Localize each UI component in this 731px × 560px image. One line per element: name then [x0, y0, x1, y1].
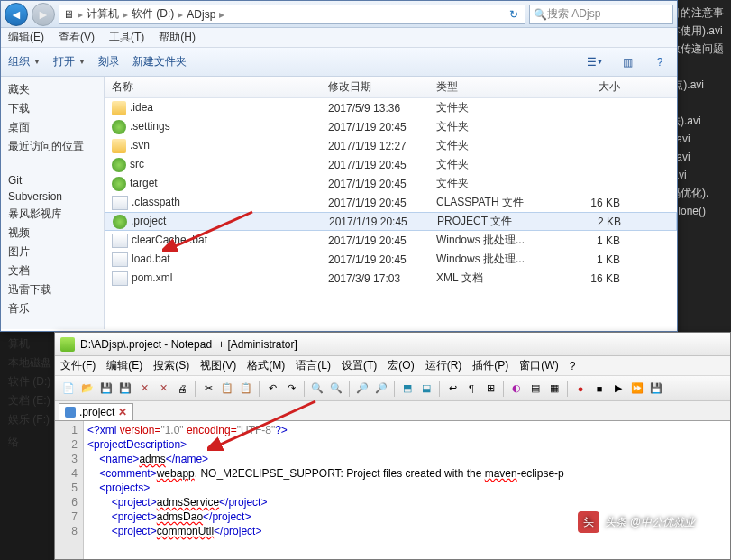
- menu-item[interactable]: ?: [570, 360, 576, 372]
- menu-item[interactable]: 视图(V): [200, 358, 236, 373]
- code-editor[interactable]: 12345678 <?xml version="1.0" encoding="U…: [55, 421, 730, 559]
- menu-help[interactable]: 帮助(H): [159, 30, 196, 45]
- record-button[interactable]: 刻录: [98, 54, 120, 69]
- help-icon[interactable]: ?: [650, 52, 670, 72]
- save-icon[interactable]: 💾: [98, 381, 114, 397]
- tab-close-icon[interactable]: ✕: [118, 406, 127, 418]
- lang-icon[interactable]: ◐: [508, 381, 525, 397]
- close-all-icon[interactable]: ✕: [155, 381, 171, 397]
- menu-item[interactable]: 搜索(S): [153, 358, 189, 373]
- menu-item[interactable]: 格式(M): [247, 358, 285, 373]
- sidebar-item[interactable]: 下载: [1, 99, 104, 118]
- new-file-icon[interactable]: 📄: [60, 381, 77, 397]
- redo-icon[interactable]: ↷: [283, 381, 299, 397]
- sidebar-item[interactable]: 文档: [1, 262, 104, 280]
- macro-stop-icon[interactable]: ■: [591, 381, 608, 397]
- indent-guide-icon[interactable]: ⊞: [482, 381, 498, 397]
- file-row[interactable]: pom.xml2017/3/9 17:03XML 文档16 KB: [105, 269, 677, 288]
- macro-rec-icon[interactable]: ●: [572, 381, 589, 397]
- file-row[interactable]: .idea2017/5/9 13:36文件夹: [105, 98, 677, 117]
- organize-button[interactable]: 组织 ▼: [8, 54, 41, 69]
- open-button[interactable]: 打开 ▼: [53, 54, 86, 69]
- print-icon[interactable]: 🖨: [174, 381, 190, 397]
- col-type[interactable]: 类型: [429, 79, 555, 95]
- file-icon: [113, 215, 127, 229]
- menu-item[interactable]: 运行(R): [425, 358, 462, 373]
- sidebar-item[interactable]: 暴风影视库: [1, 205, 104, 224]
- breadcrumb-item[interactable]: 计算机: [85, 6, 121, 22]
- sidebar-item[interactable]: Git: [1, 172, 104, 188]
- all-chars-icon[interactable]: ¶: [463, 381, 480, 397]
- zoom-out-icon[interactable]: 🔎: [373, 381, 389, 397]
- zoom-in-icon[interactable]: 🔎: [354, 381, 370, 397]
- sidebar-item[interactable]: 迅雷下载: [1, 280, 104, 299]
- file-icon: [112, 271, 128, 286]
- save-all-icon[interactable]: 💾: [117, 381, 133, 397]
- file-row[interactable]: .svn2017/1/19 12:27文件夹: [105, 136, 677, 155]
- menu-item[interactable]: 插件(P): [472, 358, 508, 373]
- col-size[interactable]: 大小: [555, 79, 627, 95]
- file-row[interactable]: clearCache .bat2017/1/19 20:45Windows 批处…: [105, 231, 677, 250]
- sync-v-icon[interactable]: ⬒: [399, 381, 416, 397]
- file-row[interactable]: .classpath2017/1/19 20:45CLASSPATH 文件16 …: [105, 193, 677, 212]
- refresh-icon[interactable]: ↻: [505, 5, 523, 23]
- file-tab[interactable]: .project ✕: [59, 403, 133, 420]
- replace-icon[interactable]: 🔍: [328, 381, 344, 397]
- menu-item[interactable]: 宏(O): [388, 358, 414, 373]
- file-row[interactable]: .project2017/1/19 20:45PROJECT 文件2 KB: [105, 212, 677, 231]
- sidebar-item[interactable]: 音乐: [1, 299, 104, 318]
- macro-multi-icon[interactable]: ⏩: [629, 381, 645, 397]
- address-bar[interactable]: 🖥▸ 计算机▸ 软件 (D:)▸ ADjsp▸ ↻: [59, 5, 525, 24]
- sidebar-item[interactable]: 桌面: [1, 118, 104, 137]
- menu-item[interactable]: 编辑(E): [106, 358, 142, 373]
- wrap-icon[interactable]: ↩: [444, 381, 461, 397]
- code-content[interactable]: <?xml version="1.0" encoding="UTF-8"?> <…: [84, 421, 730, 559]
- file-row[interactable]: src2017/1/19 20:45文件夹: [105, 155, 677, 174]
- nav-back-button[interactable]: ◄: [5, 3, 28, 26]
- preview-pane-icon[interactable]: ▥: [617, 52, 637, 72]
- sidebar-item[interactable]: 视频: [1, 224, 104, 243]
- view-options-icon[interactable]: ☰ ▼: [585, 52, 605, 72]
- copy-icon[interactable]: 📋: [219, 381, 235, 397]
- func-list-icon[interactable]: ▦: [546, 381, 562, 397]
- file-icon: [112, 196, 128, 210]
- breadcrumb-item[interactable]: ADjsp: [185, 8, 217, 21]
- menu-edit[interactable]: 编辑(E): [8, 30, 44, 45]
- search-icon: 🔍: [534, 8, 547, 21]
- window-title: D:\ADjsp\.project - Notepad++ [Administr…: [80, 338, 297, 351]
- menu-item[interactable]: 语言(L): [296, 358, 331, 373]
- file-row[interactable]: load.bat2017/1/19 20:45Windows 批处理...1 K…: [105, 250, 677, 269]
- menu-item[interactable]: 窗口(W): [519, 358, 558, 373]
- menu-item[interactable]: 文件(F): [60, 358, 96, 373]
- undo-icon[interactable]: ↶: [264, 381, 280, 397]
- search-input[interactable]: 🔍 搜索 ADjsp: [529, 5, 673, 24]
- nav-forward-button[interactable]: ►: [32, 3, 55, 26]
- open-file-icon[interactable]: 📂: [79, 381, 96, 397]
- macro-play-icon[interactable]: ▶: [610, 381, 626, 397]
- file-row[interactable]: .settings2017/1/19 20:45文件夹: [105, 117, 677, 136]
- newfolder-button[interactable]: 新建文件夹: [132, 54, 187, 69]
- sidebar-item[interactable]: 藏夹: [1, 80, 104, 99]
- notepadpp-icon: [60, 337, 75, 352]
- menu-item[interactable]: 设置(T): [342, 358, 377, 373]
- sidebar-item[interactable]: [1, 156, 104, 172]
- breadcrumb-item[interactable]: 软件 (D:): [130, 6, 176, 22]
- sidebar-item[interactable]: 最近访问的位置: [1, 137, 104, 156]
- close-icon[interactable]: ✕: [136, 381, 152, 397]
- doc-map-icon[interactable]: ▤: [527, 381, 544, 397]
- menu-view[interactable]: 查看(V): [59, 30, 95, 45]
- col-date[interactable]: 修改日期: [321, 79, 429, 95]
- paste-icon[interactable]: 📋: [238, 381, 254, 397]
- sidebar-item[interactable]: 图片: [1, 243, 104, 262]
- col-name[interactable]: 名称: [105, 79, 321, 95]
- notepadpp-tabs: .project ✕: [55, 401, 730, 421]
- explorer-toolbar: 组织 ▼ 打开 ▼ 刻录 新建文件夹 ☰ ▼ ▥ ?: [1, 48, 677, 77]
- macro-save-icon[interactable]: 💾: [648, 381, 664, 397]
- sync-h-icon[interactable]: ⬓: [418, 381, 434, 397]
- notepadpp-titlebar: D:\ADjsp\.project - Notepad++ [Administr…: [55, 333, 730, 356]
- menu-tools[interactable]: 工具(T): [109, 30, 144, 45]
- find-icon[interactable]: 🔍: [309, 381, 325, 397]
- file-row[interactable]: target2017/1/19 20:45文件夹: [105, 174, 677, 193]
- sidebar-item[interactable]: Subversion: [1, 188, 104, 205]
- cut-icon[interactable]: ✂: [200, 381, 216, 397]
